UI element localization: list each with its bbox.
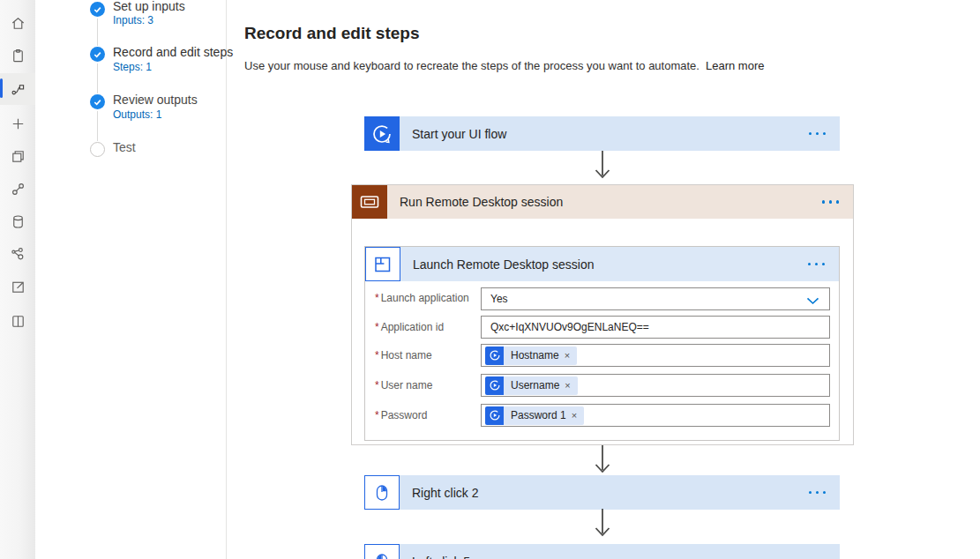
nav-my-flows-icon[interactable] — [0, 73, 35, 105]
step-link-outputs[interactable]: Outputs: 1 — [113, 108, 161, 121]
step-check-icon — [90, 47, 105, 62]
more-options-icon[interactable] — [809, 491, 827, 495]
flow-arrow — [593, 445, 612, 478]
step-link-inputs[interactable]: Inputs: 3 — [113, 14, 153, 26]
mouse-right-click-icon — [364, 475, 400, 510]
step-title-record-edit[interactable]: Record and edit steps — [113, 45, 233, 59]
flow-arrow — [593, 151, 612, 183]
step-title-test[interactable]: Test — [113, 140, 136, 154]
right-click-card[interactable]: Right click 2 — [364, 475, 840, 510]
nav-action-items-icon[interactable] — [0, 41, 35, 71]
field-label-user-name: *User name — [375, 379, 432, 391]
card-title: Launch Remote Desktop session — [400, 247, 594, 281]
nav-templates-icon[interactable] — [0, 141, 35, 171]
nav-rail — [0, 0, 35, 559]
page-title: Record and edit steps — [244, 24, 420, 43]
token-remove-icon[interactable]: × — [565, 350, 570, 361]
nav-ai-builder-icon[interactable] — [0, 239, 35, 269]
step-title-setup-inputs[interactable]: Set up inputs — [113, 0, 185, 13]
nav-data-icon[interactable] — [0, 206, 35, 236]
field-label-application-id: *Application id — [375, 321, 444, 333]
ui-flow-run-icon — [364, 116, 400, 151]
more-options-icon[interactable] — [809, 132, 827, 136]
card-title: Right click 2 — [400, 475, 478, 510]
host-name-input[interactable]: Hostname× — [481, 344, 830, 367]
scope-title: Run Remote Desktop session — [387, 185, 563, 219]
nav-home-icon[interactable] — [0, 8, 35, 38]
application-id-input[interactable]: Qxc+IqXNVUOv9OgENLaNEQ== — [481, 316, 830, 339]
password-token[interactable]: Password 1× — [485, 406, 584, 425]
password-input[interactable]: Password 1× — [481, 404, 830, 427]
nav-solutions-icon[interactable] — [0, 272, 35, 302]
token-remove-icon[interactable]: × — [572, 410, 577, 421]
step-connector — [97, 19, 98, 46]
chevron-down-icon — [806, 295, 819, 308]
remote-desktop-icon — [352, 185, 387, 219]
more-options-icon[interactable] — [808, 263, 826, 266]
step-title-review-outputs[interactable]: Review outputs — [113, 93, 198, 107]
launch-application-dropdown[interactable]: Yes — [481, 287, 830, 310]
launch-rdp-header[interactable]: Launch Remote Desktop session — [365, 247, 839, 281]
card-title: Left click 5 — [400, 544, 470, 559]
wizard-stepper: Set up inputs Inputs: 3 Record and edit … — [35, 0, 227, 559]
nav-connectors-icon[interactable] — [0, 174, 35, 204]
scope-header[interactable]: Run Remote Desktop session — [352, 185, 853, 219]
mouse-left-click-icon — [364, 544, 400, 559]
nav-create-icon[interactable] — [0, 108, 35, 138]
field-label-launch-application: *Launch application — [375, 292, 469, 304]
card-title: Start your UI flow — [400, 116, 506, 151]
uiflow-designer-page: Set up inputs Inputs: 3 Record and edit … — [0, 0, 980, 559]
nav-selected-indicator — [0, 78, 3, 98]
flow-arrow — [593, 509, 612, 541]
ui-flow-token-icon — [485, 376, 504, 395]
nav-learn-icon[interactable] — [0, 306, 35, 336]
page-description: Use your mouse and keyboard to recreate … — [244, 59, 764, 72]
step-link-steps[interactable]: Steps: 1 — [113, 61, 152, 73]
launch-window-icon — [365, 247, 400, 281]
field-label-password: *Password — [375, 409, 427, 421]
step-check-icon — [90, 94, 105, 109]
step-circle-pending — [90, 142, 105, 157]
left-click-card[interactable]: Left click 5 — [364, 544, 840, 559]
more-options-icon[interactable] — [822, 200, 840, 204]
ui-flow-token-icon — [485, 406, 504, 425]
start-ui-flow-card[interactable]: Start your UI flow — [364, 116, 840, 151]
ui-flow-token-icon — [485, 347, 504, 365]
username-token[interactable]: Username× — [485, 376, 578, 395]
step-connector — [97, 63, 98, 93]
learn-more-link[interactable]: Learn more — [706, 59, 764, 72]
token-remove-icon[interactable]: × — [565, 380, 570, 391]
step-connector — [97, 111, 98, 141]
step-check-icon — [90, 2, 105, 17]
field-label-host-name: *Host name — [375, 349, 432, 361]
hostname-token[interactable]: Hostname× — [485, 347, 577, 365]
user-name-input[interactable]: Username× — [481, 374, 830, 397]
